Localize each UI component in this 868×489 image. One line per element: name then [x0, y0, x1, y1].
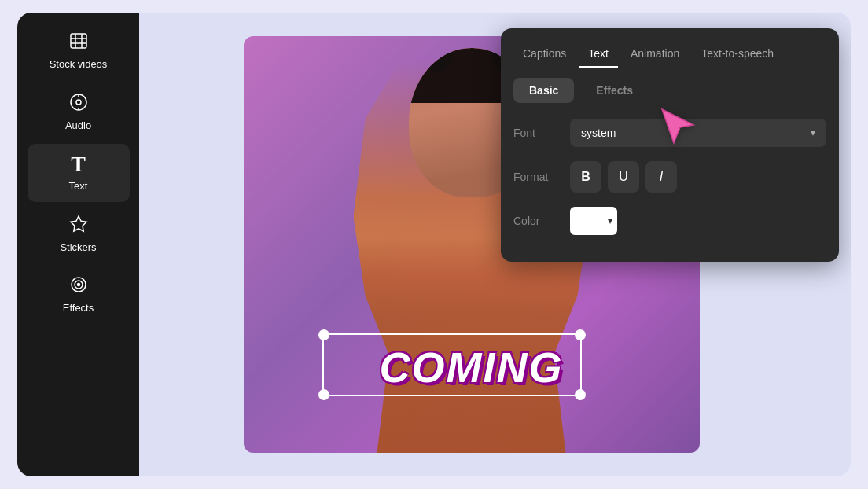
app-container: Stock videos Audio T Text [17, 13, 851, 476]
tab-text[interactable]: Text [579, 41, 618, 68]
font-label: Font [513, 127, 561, 139]
svg-marker-13 [662, 109, 693, 143]
sidebar-item-label: Audio [65, 119, 91, 132]
sidebar-item-stock-videos[interactable]: Stock videos [28, 22, 130, 80]
handle-top-left[interactable] [318, 329, 329, 340]
tab-captions[interactable]: Captions [513, 41, 576, 68]
tab-text-to-speech[interactable]: Text-to-speech [692, 41, 783, 68]
sub-tab-basic[interactable]: Basic [513, 78, 574, 103]
sub-tab-effects[interactable]: Effects [580, 78, 649, 103]
right-panel: Captions Text Animation Text-to-speech B… [501, 28, 839, 262]
overlay-text[interactable]: COMING [380, 343, 564, 392]
sidebar-item-label: Stickers [60, 241, 96, 254]
stickers-icon [69, 215, 88, 237]
handle-top-right[interactable] [575, 329, 586, 340]
sidebar-item-label: Text [69, 180, 88, 193]
font-value: system [581, 127, 616, 139]
svg-rect-0 [71, 34, 86, 48]
audio-icon [69, 93, 88, 115]
svg-point-12 [77, 284, 79, 286]
svg-point-6 [76, 100, 81, 105]
italic-button[interactable]: I [645, 161, 677, 193]
tab-animation[interactable]: Animation [621, 41, 689, 68]
sidebar-item-label: Effects [63, 302, 94, 314]
underline-button[interactable]: U [608, 161, 639, 193]
bold-button[interactable]: B [570, 161, 601, 193]
svg-marker-9 [71, 216, 86, 231]
panel-tabs: Captions Text Animation Text-to-speech [501, 28, 839, 68]
font-dropdown[interactable]: system ▾ [570, 119, 826, 147]
sidebar-item-stickers[interactable]: Stickers [28, 205, 130, 263]
handle-bottom-right[interactable] [575, 389, 586, 400]
sidebar-item-text[interactable]: T Text [28, 144, 130, 202]
color-row: Color ▾ [513, 207, 826, 235]
sidebar-item-effects[interactable]: Effects [28, 266, 130, 324]
sidebar-item-label: Stock videos [50, 58, 108, 71]
sidebar: Stock videos Audio T Text [17, 13, 139, 476]
color-chevron-icon: ▾ [608, 215, 612, 226]
effects-icon [69, 275, 88, 297]
format-label: Format [513, 171, 561, 183]
handle-bottom-left[interactable] [318, 389, 329, 400]
sidebar-item-audio[interactable]: Audio [28, 83, 130, 142]
main-content: COMING Captions Text Animation Text-to-s… [139, 13, 851, 476]
format-buttons: B U I [570, 161, 677, 193]
color-swatch[interactable]: ▾ [570, 207, 617, 235]
text-icon: T [71, 153, 86, 175]
format-row: Format B U I [513, 161, 826, 193]
color-label: Color [513, 215, 561, 227]
chevron-down-icon: ▾ [811, 127, 815, 138]
stock-videos-icon [69, 31, 88, 53]
